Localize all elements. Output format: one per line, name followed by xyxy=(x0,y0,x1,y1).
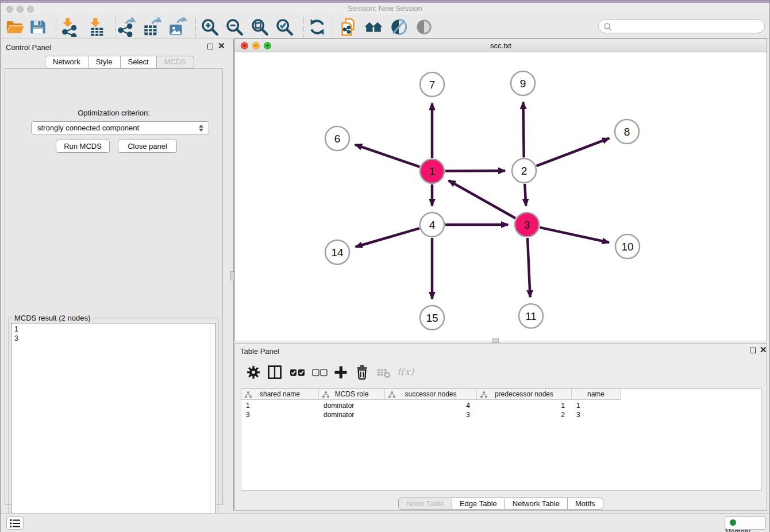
table-options-gear-icon[interactable] xyxy=(245,364,261,380)
column-header-predecessor-nodes[interactable]: predecessor nodes xyxy=(477,389,572,400)
tab-mcds[interactable]: MCDS xyxy=(157,56,194,68)
tab-style[interactable]: Style xyxy=(88,56,121,68)
table-row[interactable]: 1dominator411 xyxy=(241,401,621,410)
result-scrollbar[interactable] xyxy=(210,324,215,530)
select-all-columns-icon[interactable] xyxy=(289,364,306,380)
function-builder-icon-disabled: f(x) xyxy=(397,366,414,377)
node-label-15: 15 xyxy=(426,312,438,324)
toolbar-separator xyxy=(195,17,196,37)
node-label-11: 11 xyxy=(525,310,537,322)
table-row[interactable]: 3dominator323 xyxy=(241,410,621,419)
cell-successor-nodes[interactable]: 3 xyxy=(385,410,477,419)
refresh-icon[interactable] xyxy=(307,17,327,37)
close-panel-button[interactable]: Close panel xyxy=(118,140,177,153)
memory-button[interactable]: Memory xyxy=(725,516,766,530)
edge-3-10[interactable] xyxy=(540,228,609,242)
show-hide-eye-icon[interactable] xyxy=(414,17,434,37)
table-toolbar: f(x) xyxy=(235,360,767,385)
node-label-6: 6 xyxy=(334,133,341,145)
tab-motifs[interactable]: Motifs xyxy=(568,498,603,510)
network-canvas[interactable]: 7968124314101511 xyxy=(235,52,767,341)
edge-1-6[interactable] xyxy=(355,145,419,167)
save-session-icon[interactable] xyxy=(28,17,48,37)
cell-name[interactable]: 3 xyxy=(572,410,621,419)
run-mcds-button[interactable]: Run MCDS xyxy=(56,140,110,153)
control-panel-tabs: NetworkStyleSelectMCDS xyxy=(45,56,194,68)
horizontal-splitter-handle[interactable] xyxy=(492,338,499,343)
column-header-mcds-role[interactable]: MCDS role xyxy=(319,389,385,400)
toggle-graphics-details-icon[interactable] xyxy=(389,17,409,37)
table-panel: Table Panel ✕ xyxy=(234,343,767,511)
mcds-result-line: 3 xyxy=(14,334,213,343)
mcds-result-line: 1 xyxy=(14,325,213,334)
zoom-out-icon[interactable] xyxy=(225,17,244,37)
toolbar-separator xyxy=(116,17,116,37)
split-table-icon[interactable] xyxy=(267,364,283,380)
toolbar-separator xyxy=(333,17,333,37)
node-label-8: 8 xyxy=(624,126,630,138)
tab-edge-table[interactable]: Edge Table xyxy=(452,498,505,510)
show-task-history-button[interactable] xyxy=(6,516,24,530)
export-network-icon[interactable] xyxy=(117,17,136,37)
table-close-panel-icon[interactable]: ✕ xyxy=(760,345,767,354)
column-header-shared-name[interactable]: shared name xyxy=(241,389,319,400)
zoom-selected-icon[interactable] xyxy=(275,17,294,37)
float-panel-icon[interactable] xyxy=(207,44,213,49)
criterion-select-value: strongly connected component xyxy=(37,124,139,132)
clone-network-icon[interactable] xyxy=(339,17,359,37)
cell-successor-nodes[interactable]: 4 xyxy=(385,401,477,410)
main-toolbar xyxy=(1,14,769,38)
tab-network[interactable]: Network xyxy=(45,56,88,68)
mcds-result-list[interactable]: 1 3 xyxy=(11,323,216,531)
delete-column-trash-icon[interactable] xyxy=(354,364,370,380)
node-label-9: 9 xyxy=(520,78,526,90)
import-table-icon[interactable] xyxy=(87,17,106,37)
cell-predecessor-nodes[interactable]: 2 xyxy=(477,410,572,419)
tab-node-table[interactable]: Node Table xyxy=(398,498,452,510)
node-label-2: 2 xyxy=(521,165,528,177)
edge-4-14[interactable] xyxy=(356,228,419,246)
edge-3-1[interactable] xyxy=(449,180,515,218)
close-panel-icon[interactable]: ✕ xyxy=(218,41,225,51)
mcds-panel: Optimization criterion: strongly connect… xyxy=(5,68,223,505)
edge-3-11[interactable] xyxy=(528,238,530,297)
cell-predecessor-nodes[interactable]: 1 xyxy=(477,401,572,410)
control-panel: Control Panel ✕ NetworkStyleSelectMCDS O… xyxy=(1,39,230,511)
export-image-icon[interactable] xyxy=(167,17,187,37)
network-window-titlebar: × − + scc.txt xyxy=(235,39,767,52)
column-header-successor-nodes[interactable]: successor nodes xyxy=(385,389,477,400)
cell-shared-name[interactable]: 3 xyxy=(241,410,319,419)
column-header-name[interactable]: name xyxy=(572,389,621,400)
edge-2-9[interactable] xyxy=(523,102,523,157)
criterion-select[interactable]: strongly connected component xyxy=(31,121,209,134)
network-canvas-svg: 7968124314101511 xyxy=(235,52,767,341)
zoom-in-icon[interactable] xyxy=(200,17,220,37)
toolbar-separator xyxy=(303,17,304,37)
node-table: shared nameMCDS rolesuccessor nodesprede… xyxy=(241,388,762,491)
node-label-7: 7 xyxy=(429,79,436,91)
app-window: Session: New Session xyxy=(0,0,770,532)
mcds-result-title: MCDS result (2 nodes) xyxy=(12,314,93,322)
node-table-header: shared nameMCDS rolesuccessor nodesprede… xyxy=(241,389,621,400)
edge-1-2[interactable] xyxy=(445,171,505,171)
open-session-icon[interactable] xyxy=(5,17,25,37)
deselect-all-columns-icon[interactable] xyxy=(311,364,329,380)
open-network-browser-home-icon[interactable] xyxy=(364,17,383,37)
zoom-fit-icon[interactable] xyxy=(250,17,270,37)
tab-select[interactable]: Select xyxy=(121,56,157,68)
table-float-panel-icon[interactable] xyxy=(750,348,756,353)
edge-2-3[interactable] xyxy=(525,184,526,206)
network-window-title: scc.txt xyxy=(235,41,767,50)
add-column-icon[interactable] xyxy=(333,364,349,380)
cell-shared-name[interactable]: 1 xyxy=(241,401,319,410)
memory-button-label: Memory xyxy=(725,528,750,532)
search-input[interactable] xyxy=(615,21,760,32)
tab-network-table[interactable]: Network Table xyxy=(505,498,568,510)
cell-name[interactable]: 1 xyxy=(572,401,621,410)
import-network-icon[interactable] xyxy=(59,17,79,37)
cell-mcds-role[interactable]: dominator xyxy=(319,401,385,410)
memory-status-dot xyxy=(730,519,736,526)
edge-2-8[interactable] xyxy=(537,138,610,166)
cell-mcds-role[interactable]: dominator xyxy=(319,410,385,419)
export-table-icon[interactable] xyxy=(142,17,161,37)
